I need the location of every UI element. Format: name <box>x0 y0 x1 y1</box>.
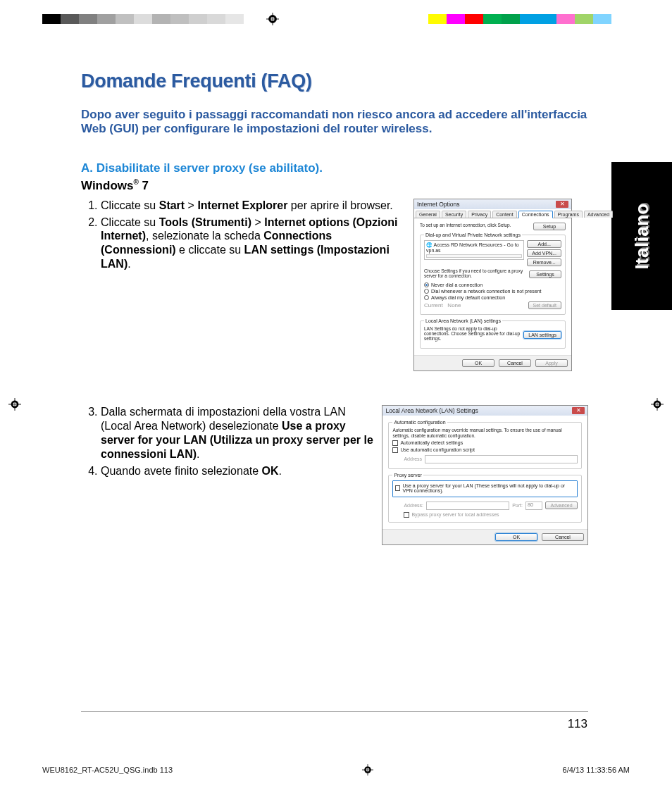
tab-programs[interactable]: Programs <box>554 211 583 218</box>
tabs: GeneralSecurityPrivacyContentConnections… <box>414 209 571 218</box>
section-a-heading: A. Disabilitate il server proxy (se abil… <box>81 161 588 175</box>
tab-advanced[interactable]: Advanced <box>584 211 613 218</box>
tab-connections[interactable]: Connections <box>518 211 553 218</box>
lan-text: LAN Settings do not apply to dial-up con… <box>424 326 523 341</box>
step-item: Cliccate su Start > Internet Explorer pe… <box>101 199 405 213</box>
cancel-button[interactable]: Cancel <box>499 359 531 367</box>
cancel-button[interactable]: Cancel <box>542 533 584 541</box>
settings-button[interactable]: Settings <box>529 270 561 278</box>
footer-timestamp: 6/4/13 11:33:56 AM <box>563 766 630 774</box>
check-use-proxy[interactable]: Use a proxy server for your LAN (These s… <box>395 483 575 493</box>
page-title: Domande Frequenti (FAQ) <box>81 70 588 92</box>
registration-cross-icon <box>362 764 373 776</box>
registration-cross-icon <box>651 398 664 413</box>
step-item: Cliccate su Tools (Strumenti) > Internet… <box>101 216 405 271</box>
close-icon[interactable]: ✕ <box>572 407 585 414</box>
language-tab-label: Italiano <box>631 203 652 269</box>
check-script[interactable]: Use automatic configuration script <box>392 447 578 453</box>
tab-privacy[interactable]: Privacy <box>468 211 491 218</box>
lan-settings-dialog: Local Area Network (LAN) Settings✕ Autom… <box>382 405 588 544</box>
auto-legend: Automatic configuration <box>392 420 447 425</box>
internet-options-dialog: Internet Options✕ GeneralSecurityPrivacy… <box>413 199 572 372</box>
radio-dial-when[interactable]: Dial whenever a network connection is no… <box>424 289 561 294</box>
dialog-title: Local Area Network (LAN) Settings <box>385 407 478 414</box>
set-default-button: Set default <box>528 301 561 309</box>
choose-text: Choose Settings if you need to configure… <box>424 268 529 278</box>
colorbar-left <box>42 14 262 24</box>
page-number: 113 <box>568 717 587 731</box>
add-vpn-button[interactable]: Add VPN... <box>527 249 561 257</box>
dialog-title: Internet Options <box>417 201 459 208</box>
step-item: Quando avete finito selezionate OK. <box>101 464 373 478</box>
setup-text: To set up an Internet connection, click … <box>420 223 533 228</box>
apply-button: Apply <box>535 359 568 367</box>
step-item: Dalla schermata di impostazioni della vo… <box>101 405 373 461</box>
radio-always-dial[interactable]: Always dial my default connection <box>424 295 561 300</box>
registration-marks-top <box>42 13 630 25</box>
tab-general[interactable]: General <box>416 211 440 218</box>
add-button[interactable]: Add... <box>527 240 561 248</box>
remove-button[interactable]: Remove... <box>527 259 561 266</box>
dial-legend: Dial-up and Virtual Private Network sett… <box>424 232 522 237</box>
steps-list-1: Cliccate su Start > Internet Explorer pe… <box>81 199 405 274</box>
registration-cross-icon <box>266 13 279 25</box>
footer-filename: WEU8162_RT-AC52U_QSG.indb 113 <box>42 766 173 774</box>
ok-button[interactable]: OK <box>495 533 537 541</box>
intro-paragraph: Dopo aver seguito i passaggi raccomandat… <box>81 108 588 136</box>
connections-listbox[interactable]: 🌐 Access RD Network Resources - Go to vp… <box>424 240 524 260</box>
lan-settings-button[interactable]: LAN settings <box>523 331 561 339</box>
proxy-legend: Proxy server <box>392 473 423 478</box>
ok-button[interactable]: OK <box>462 359 494 367</box>
setup-button[interactable]: Setup <box>533 223 566 230</box>
registration-cross-icon <box>8 398 21 413</box>
close-icon[interactable]: ✕ <box>556 201 568 208</box>
tab-security[interactable]: Security <box>442 211 466 218</box>
os-heading: Windows® 7 <box>81 178 588 193</box>
tab-content[interactable]: Content <box>492 211 517 218</box>
check-bypass: Bypass proxy server for local addresses <box>404 512 578 518</box>
check-autodetect[interactable]: Automatically detect settings <box>392 440 578 446</box>
advanced-button: Advanced <box>545 502 578 509</box>
footer-rule <box>81 711 588 712</box>
lan-legend: Local Area Network (LAN) settings <box>424 318 502 323</box>
language-tab: Italiano Italiano <box>611 162 672 310</box>
colorbar-right <box>410 14 630 24</box>
radio-never-dial[interactable]: Never dial a connection <box>424 282 561 287</box>
auto-text: Automatic configuration may override man… <box>392 428 578 437</box>
steps-list-2: Dalla schermata di impostazioni della vo… <box>81 405 373 480</box>
